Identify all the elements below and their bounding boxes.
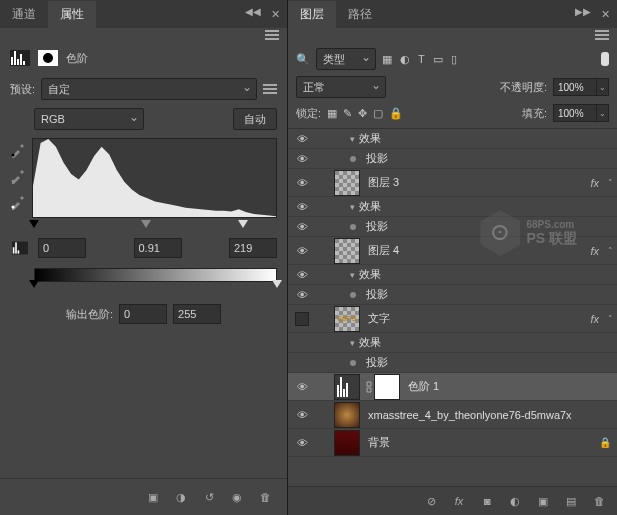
input-mid-slider[interactable] [141,220,151,228]
opacity-field[interactable] [553,78,597,96]
input-black-field[interactable] [38,238,86,258]
fill-arrow-icon[interactable]: ⌄ [597,104,609,122]
lock-transparency-icon[interactable]: ▦ [327,107,337,120]
close-icon[interactable]: ✕ [267,6,283,22]
effect-drop-shadow[interactable]: 👁 投影 [288,217,617,237]
new-adjustment-icon[interactable]: ◐ [507,493,523,509]
effect-drop-shadow[interactable]: 👁 投影 [288,149,617,169]
visibility-checkbox[interactable] [295,312,309,326]
new-layer-icon[interactable]: ▤ [563,493,579,509]
fx-badge[interactable]: fx [590,313,603,325]
eye-icon[interactable]: 👁 [297,153,308,165]
filter-pixel-icon[interactable]: ▦ [382,53,392,66]
filter-shape-icon[interactable]: ▭ [433,53,443,66]
layer-row-layer3[interactable]: 👁 图层 3 fx ˄ [288,169,617,197]
layer-row-xmas[interactable]: 👁 xmasstree_4_by_theonlyone76-d5mwa7x [288,401,617,429]
effects-row[interactable]: 👁 ▾ 效果 [288,265,617,285]
effect-drop-shadow[interactable]: 👁 投影 [288,285,617,305]
eyedropper-white-icon[interactable] [10,194,26,210]
eye-icon[interactable]: 👁 [297,437,308,449]
trash-icon[interactable]: 🗑 [591,493,607,509]
fx-badge[interactable]: fx [590,245,603,257]
output-white-slider[interactable] [272,280,282,288]
tab-properties[interactable]: 属性 [48,1,96,28]
input-white-slider[interactable] [238,220,248,228]
chevron-up-icon[interactable]: ˄ [603,314,617,324]
eye-icon[interactable]: 👁 [297,409,308,421]
effect-drop-shadow[interactable]: 投影 [288,353,617,373]
layer-fx-icon[interactable]: fx [451,493,467,509]
auto-button[interactable]: 自动 [233,108,277,130]
panel-menu-icon[interactable] [595,30,609,40]
output-black-field[interactable] [119,304,167,324]
layer-row-levels1[interactable]: 👁 色阶 1 [288,373,617,401]
output-black-slider[interactable] [29,280,39,288]
input-mid-field[interactable] [134,238,182,258]
filter-smart-icon[interactable]: ▯ [451,53,457,66]
eye-icon[interactable]: 👁 [297,245,308,257]
chevron-up-icon[interactable]: ˄ [603,246,617,256]
eye-icon[interactable]: 👁 [297,221,308,233]
visibility-icon[interactable]: ◉ [229,489,245,505]
trash-icon[interactable]: 🗑 [257,489,273,505]
eye-icon[interactable]: 👁 [297,381,308,393]
layer-name[interactable]: 文字 [364,311,590,326]
fill-field[interactable] [553,104,597,122]
layer-name[interactable]: xmasstree_4_by_theonlyone76-d5mwa7x [364,409,617,421]
opacity-arrow-icon[interactable]: ⌄ [597,78,609,96]
reset-icon[interactable]: ↺ [201,489,217,505]
panel-menu-icon[interactable] [265,30,279,40]
filter-adjust-icon[interactable]: ◐ [400,53,410,66]
tab-channel[interactable]: 通道 [0,1,48,28]
layer-thumb[interactable] [334,430,360,456]
filter-type-select[interactable]: 类型 [316,48,376,70]
lock-position-icon[interactable]: ✥ [358,107,367,120]
input-black-slider[interactable] [29,220,39,228]
layer-row-layer4[interactable]: 👁 图层 4 fx ˄ [288,237,617,265]
eye-icon[interactable]: 👁 [297,289,308,301]
search-icon[interactable]: 🔍 [296,53,310,66]
preset-menu-icon[interactable] [263,84,277,94]
layer-name[interactable]: 图层 4 [364,243,590,258]
adjustment-thumb[interactable] [334,374,360,400]
blend-mode-select[interactable]: 正常 [296,76,386,98]
input-white-field[interactable] [229,238,277,258]
layer-name[interactable]: 背景 [364,435,599,450]
preset-select[interactable]: 自定 [41,78,257,100]
layer-row-background[interactable]: 👁 背景 🔒 [288,429,617,457]
effects-row[interactable]: ▾ 效果 [288,333,617,353]
link-icon[interactable] [364,381,374,393]
close-icon[interactable]: ✕ [597,6,613,22]
lock-icon[interactable]: 🔒 [599,437,617,448]
layer-name[interactable]: 图层 3 [364,175,590,190]
eye-icon[interactable]: 👁 [297,133,308,145]
hands-icon[interactable] [12,242,28,255]
eye-icon[interactable]: 👁 [297,177,308,189]
eye-icon[interactable]: 👁 [297,201,308,213]
output-white-field[interactable] [173,304,221,324]
layer-row-text[interactable]: 68PS 文字 fx ˄ [288,305,617,333]
mask-thumb[interactable] [374,374,400,400]
lock-pixels-icon[interactable]: ✎ [343,107,352,120]
filter-toggle-icon[interactable] [601,52,609,66]
layer-thumb[interactable]: 68PS [334,306,360,332]
previous-icon[interactable]: ◑ [173,489,189,505]
effects-row[interactable]: 👁 ▾ 效果 [288,197,617,217]
input-slider-track[interactable] [34,222,277,234]
eyedropper-black-icon[interactable] [10,142,26,158]
output-slider-track[interactable] [34,282,277,294]
fx-badge[interactable]: fx [590,177,603,189]
eye-icon[interactable]: 👁 [297,269,308,281]
clip-icon[interactable]: ▣ [145,489,161,505]
link-layers-icon[interactable]: ⊘ [423,493,439,509]
eyedropper-gray-icon[interactable] [10,168,26,184]
add-mask-icon[interactable]: ◙ [479,493,495,509]
chevron-up-icon[interactable]: ˄ [603,178,617,188]
lock-artboard-icon[interactable]: ▢ [373,107,383,120]
effects-row[interactable]: 👁 ▾ 效果 [288,129,617,149]
layer-thumb[interactable] [334,170,360,196]
collapse-icon[interactable]: ◀◀ [245,6,261,22]
collapse-icon[interactable]: ▶▶ [575,6,591,22]
layer-thumb[interactable] [334,238,360,264]
tab-layers[interactable]: 图层 [288,1,336,28]
